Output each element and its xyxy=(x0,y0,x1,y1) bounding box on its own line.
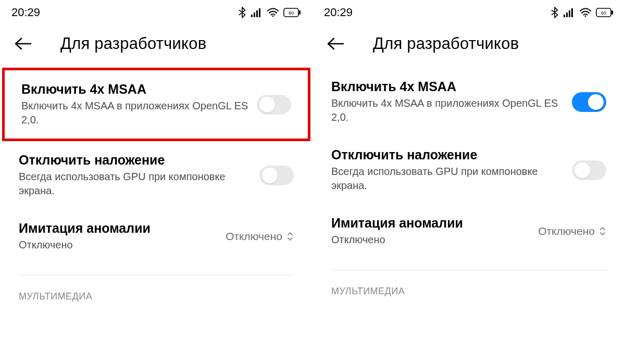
status-bar: 20:29 60 xyxy=(0,0,312,25)
toggle-msaa[interactable] xyxy=(257,95,291,115)
value-picker-anomaly[interactable]: Отключено xyxy=(226,230,294,243)
wifi-icon xyxy=(579,8,592,17)
row-subtitle: Включить 4x MSAA в приложениях OpenGL ES… xyxy=(331,96,564,124)
row-msaa[interactable]: Включить 4x MSAA Включить 4x MSAA в прил… xyxy=(312,68,625,136)
app-bar: Для разработчиков xyxy=(312,25,625,65)
bluetooth-icon xyxy=(550,7,559,18)
back-button[interactable] xyxy=(326,34,345,53)
svg-text:60: 60 xyxy=(601,10,606,16)
toggle-msaa[interactable] xyxy=(572,92,606,112)
status-icons: 60 xyxy=(238,7,301,18)
svg-point-4 xyxy=(272,16,274,17)
status-time: 20:29 xyxy=(324,6,353,19)
toggle-overlay[interactable] xyxy=(572,160,606,180)
app-bar: Для разработчиков xyxy=(0,25,312,65)
wifi-icon xyxy=(267,8,279,17)
svg-rect-6 xyxy=(299,10,301,15)
settings-list: Включить 4x MSAA Включить 4x MSAA в прил… xyxy=(312,65,625,364)
status-bar: 20:29 60 xyxy=(312,0,625,25)
svg-rect-8 xyxy=(564,15,565,17)
settings-list: Включить 4x MSAA Включить 4x MSAA в прил… xyxy=(0,65,312,364)
svg-rect-9 xyxy=(566,12,568,17)
phone-left: 20:29 60 Для разработчиков xyxy=(0,0,312,364)
row-anomaly[interactable]: Имитация аномалии Отключено Отключено xyxy=(312,204,625,258)
svg-rect-14 xyxy=(611,10,613,15)
signal-icon xyxy=(564,8,575,17)
status-time: 20:29 xyxy=(11,6,40,19)
battery-icon: 60 xyxy=(596,8,614,17)
row-title: Отключить наложение xyxy=(331,147,564,162)
row-subtitle: Отключено xyxy=(19,238,217,252)
svg-point-12 xyxy=(585,16,586,17)
value-label: Отключено xyxy=(226,230,282,243)
page-title: Для разработчиков xyxy=(60,34,206,53)
svg-text:60: 60 xyxy=(289,10,294,16)
battery-icon: 60 xyxy=(283,8,301,17)
row-title: Отключить наложение xyxy=(19,153,251,168)
svg-rect-1 xyxy=(254,12,255,17)
row-subtitle: Всегда использовать GPU при компоновке э… xyxy=(331,165,564,193)
row-title: Имитация аномалии xyxy=(19,221,217,236)
row-anomaly[interactable]: Имитация аномалии Отключено Отключено xyxy=(0,209,312,263)
highlight-frame: Включить 4x MSAA Включить 4x MSAA в прил… xyxy=(2,68,310,141)
row-subtitle: Отключено xyxy=(331,233,530,247)
section-label-multimedia: МУЛЬТИМЕДИА xyxy=(312,270,625,297)
back-button[interactable] xyxy=(14,34,32,53)
value-picker-anomaly[interactable]: Отключено xyxy=(538,225,606,237)
svg-rect-10 xyxy=(569,10,570,17)
row-overlay[interactable]: Отключить наложение Всегда использовать … xyxy=(0,141,312,209)
svg-rect-3 xyxy=(259,8,260,17)
bluetooth-icon xyxy=(238,7,247,18)
row-title: Включить 4x MSAA xyxy=(331,79,564,94)
value-label: Отключено xyxy=(538,225,595,237)
section-label-multimedia: МУЛЬТИМЕДИА xyxy=(0,275,312,302)
chevron-updown-icon xyxy=(599,226,606,236)
svg-rect-0 xyxy=(251,15,253,17)
page-title: Для разработчиков xyxy=(373,34,519,53)
phone-right: 20:29 60 Для разработчиков Включить 4x xyxy=(312,0,625,364)
row-overlay[interactable]: Отключить наложение Всегда использовать … xyxy=(312,136,625,204)
row-subtitle: Включить 4x MSAA в приложениях OpenGL ES… xyxy=(21,99,248,127)
row-title: Имитация аномалии xyxy=(331,216,530,231)
signal-icon xyxy=(251,8,262,17)
row-subtitle: Всегда использовать GPU при компоновке э… xyxy=(19,170,251,198)
row-msaa[interactable]: Включить 4x MSAA Включить 4x MSAA в прил… xyxy=(5,70,308,139)
svg-rect-2 xyxy=(256,10,258,17)
chevron-updown-icon xyxy=(286,231,294,242)
svg-rect-11 xyxy=(571,8,573,17)
status-icons: 60 xyxy=(550,7,614,18)
toggle-overlay[interactable] xyxy=(259,166,294,185)
row-title: Включить 4x MSAA xyxy=(21,82,248,97)
